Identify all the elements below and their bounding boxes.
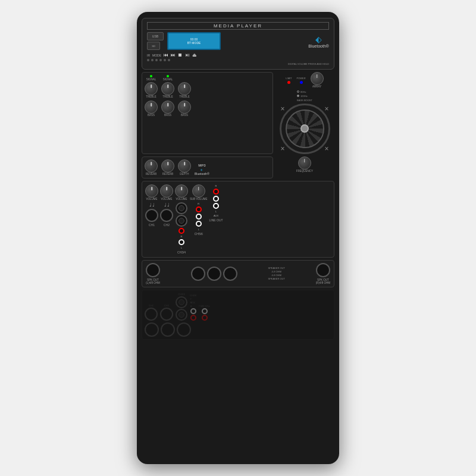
reflection-channels: CH1 CH2 CH3/4 R AUX L [145, 293, 331, 321]
ch34-jack-top[interactable] [176, 202, 187, 214]
ch1-xlr-port[interactable] [145, 209, 158, 222]
ch56-volume-knob[interactable] [192, 184, 205, 198]
ch1-volume-knob[interactable] [145, 184, 158, 198]
mp3-label: MP3 [198, 164, 205, 167]
ch34-rca-l-label: L [181, 246, 182, 249]
eject-button[interactable]: ⏏ [192, 52, 197, 58]
refl-ch34-jacks [176, 296, 187, 321]
ch3-bass-group: BASS [178, 101, 191, 117]
sd-label: SD [152, 45, 155, 48]
reverb2-group: REVERB [161, 159, 174, 176]
ch56-rca: R L [196, 202, 202, 231]
ch2-volume-knob[interactable] [160, 184, 173, 198]
freq-100hz-dot [297, 95, 299, 97]
ch1-signal-led [150, 75, 152, 77]
reverb2-knob[interactable] [161, 159, 174, 173]
corner-screw-bl: × [281, 145, 285, 153]
ch1-bass-knob[interactable] [145, 101, 158, 114]
media-top-row: USB SD 00:00 BT MODE ⬖ Bluetooth® [147, 32, 329, 50]
volume-row: VOLUME ♩ ♩ CH1 VOLUME ♩ ♩ [145, 184, 331, 254]
refl-j2 [176, 296, 187, 308]
ch2-volume-group: VOLUME [160, 184, 173, 201]
line-out-rca-l2[interactable] [213, 203, 219, 209]
signal-treble-row: SIGNAL TREBLE SIGNAL TREBLE TREBLE [145, 75, 270, 98]
refl-line-l [202, 308, 208, 314]
ch56-rca-r[interactable] [196, 206, 202, 212]
spk-center-jack2[interactable] [207, 267, 221, 281]
array-knob[interactable] [311, 72, 324, 85]
refl-rca-r [190, 315, 196, 321]
ch34-volume-group: VOLUME [175, 184, 188, 201]
bluetooth-icon: ⬖ [315, 35, 322, 44]
ch56-rca-l[interactable] [196, 214, 202, 220]
line-out-rca-l[interactable] [213, 196, 219, 202]
ch34-rca-r[interactable] [178, 228, 184, 234]
play-pause-button[interactable]: ⏯ [185, 52, 190, 58]
refl-ch1: CH1 [145, 293, 158, 321]
ch34-jack-bottom[interactable] [176, 215, 187, 227]
ch34-volume-knob[interactable] [175, 184, 188, 198]
line-out-rca-r[interactable] [213, 189, 219, 195]
reverb1-knob[interactable] [145, 159, 158, 173]
freq-80hz[interactable]: 80Hz [297, 90, 312, 93]
spk-out-left-jack[interactable] [146, 263, 160, 277]
freq-80hz-label: 80Hz [300, 90, 306, 93]
next-button[interactable]: ⏭ [171, 52, 176, 58]
stop-button[interactable]: ⏹ [178, 52, 183, 58]
ch34-rca-r-label: R [181, 235, 183, 238]
spk-out-left-label: SPK OUT(L)4/8 OHM [146, 278, 160, 284]
refl-jack3 [177, 322, 191, 337]
ch1-group: VOLUME ♩ ♩ CH1 [145, 184, 158, 227]
ch34-rca-l[interactable] [178, 239, 184, 245]
reflection-jacks [145, 322, 191, 337]
sd-slot[interactable]: SD [147, 42, 160, 50]
speaker-out-section: SPK OUT(L)4/8 OHM SPEAKER OUT 4-8 OHM 4-… [142, 260, 334, 287]
ch3-treble-knob[interactable] [178, 82, 191, 95]
spk-center-labels: SPEAKER OUT 4-8 OHM 4-8 OHM SPEAKER OUT [268, 267, 285, 280]
ch1-spk-icon2: ♩ [152, 202, 155, 208]
depth-group: DEPTH [178, 159, 191, 176]
ch2-treble-group: SIGNAL TREBLE [161, 75, 174, 98]
spk-center-jack1[interactable] [191, 267, 205, 281]
prev-button[interactable]: ⏮ [164, 52, 168, 58]
ch56-volume-group: SUB VOLUME [190, 184, 208, 201]
corner-screw-tl: × [281, 105, 285, 113]
refl-ch56: R AUX L CH5/6 [190, 293, 196, 321]
digital-volume-label: DIGITAL VOLUME PRESS AND HOLD [288, 62, 329, 65]
ch1-treble-knob[interactable] [145, 82, 158, 95]
spk-out-right-label: SPK OUT(R)4/8 OHM [316, 278, 330, 284]
ch2-xlr-port[interactable] [160, 209, 173, 222]
spk-center-jack3[interactable] [223, 267, 237, 281]
power-led [300, 81, 303, 84]
usb-slot[interactable]: USB [147, 32, 164, 40]
spk-center-jacks [191, 267, 237, 281]
freq-100hz[interactable]: 100Hz [297, 95, 312, 98]
reflection-section: CH1 CH2 CH3/4 R AUX L [142, 290, 334, 340]
ch2-bass-group: BASS [161, 101, 174, 117]
refl-line-r [202, 315, 208, 321]
ch2-bass-knob[interactable] [161, 101, 174, 114]
ch2-group: VOLUME ♩ ♩ CH2 [160, 184, 173, 227]
fan-grill [280, 104, 330, 154]
refl-ch56-rca: R AUX L [190, 298, 196, 321]
aux-label: AUX [214, 214, 218, 217]
lcd-display: 00:00 BT MODE [167, 32, 221, 50]
depth-knob[interactable] [178, 159, 191, 173]
mode-label: MODE [152, 54, 161, 57]
refl-jack2 [161, 322, 175, 337]
bluetooth2-icon: ⬖ [201, 168, 203, 171]
ch3-treble-group: TREBLE [178, 82, 191, 99]
frequency-knob[interactable] [298, 156, 311, 170]
ch56-rca-l2[interactable] [196, 221, 202, 227]
ch2-spk-icon2: ♩ [167, 202, 170, 208]
refl-rca-l [190, 308, 196, 314]
ch2-treble-knob[interactable] [161, 82, 174, 95]
ch3-bass-knob[interactable] [178, 101, 191, 114]
corner-screw-tr: × [324, 105, 328, 113]
line-out-rca: R L AUX [213, 184, 219, 217]
spk-out-right-jack[interactable] [316, 263, 330, 277]
right-panel: LIMIT POWER ARRAY 80Hz [275, 72, 334, 154]
ch56-group: SUB VOLUME R L CH5/6 [190, 184, 208, 236]
ch1-volume-group: VOLUME [145, 184, 158, 201]
ch2-signal-led [167, 75, 169, 77]
